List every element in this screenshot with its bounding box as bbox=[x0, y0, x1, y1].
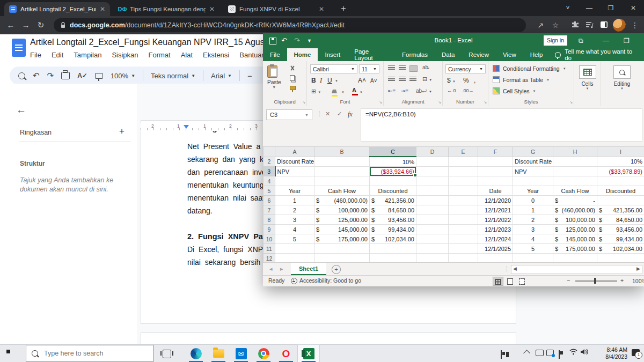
cell-D12[interactable] bbox=[416, 254, 449, 263]
window-restore-button[interactable]: ❐ bbox=[600, 0, 621, 16]
bookmark-star-icon[interactable]: ☆ bbox=[550, 20, 561, 31]
copy-button[interactable] bbox=[290, 75, 295, 82]
docs-menu-edit[interactable]: Edit bbox=[52, 51, 63, 59]
cell-F5[interactable]: Date bbox=[478, 186, 513, 196]
cell-I7[interactable]: $421,356.00 bbox=[597, 205, 644, 215]
cell-E11[interactable] bbox=[449, 244, 478, 254]
merge-center-icon[interactable]: ⊟ ▼ bbox=[422, 76, 432, 83]
cell-H12[interactable] bbox=[553, 254, 597, 263]
row-header-6[interactable]: 6 bbox=[264, 196, 275, 205]
ribbon-display-options-icon[interactable]: ⧉ bbox=[579, 37, 583, 45]
ribbon-tab-file[interactable]: File bbox=[263, 48, 287, 61]
window-minimize-button[interactable]: — bbox=[579, 0, 600, 16]
cell-C12[interactable] bbox=[370, 254, 416, 263]
normal-view-button[interactable] bbox=[493, 277, 503, 286]
name-box[interactable]: C3 ▼ bbox=[266, 109, 312, 120]
cell-A11[interactable] bbox=[275, 244, 314, 254]
cell-B5[interactable]: Cash Flow bbox=[314, 186, 370, 196]
search-icon[interactable] bbox=[18, 72, 25, 79]
extensions-puzzle-icon[interactable] bbox=[569, 20, 581, 31]
chevron-down-icon[interactable]: ▼ bbox=[360, 91, 363, 94]
cell-E8[interactable] bbox=[449, 215, 478, 225]
font-select[interactable]: Arial ▼ bbox=[211, 72, 232, 80]
dialog-launcher-icon[interactable]: ↘ bbox=[438, 100, 441, 105]
align-left-icon[interactable] bbox=[388, 77, 395, 82]
excel-minimize-button[interactable]: — bbox=[603, 37, 609, 45]
cell-styles-button[interactable]: Cell Styles ▼ bbox=[493, 87, 536, 94]
cell-F7[interactable]: 12/1/2021 bbox=[478, 205, 513, 215]
media-controls-icon[interactable] bbox=[584, 20, 596, 31]
ribbon-tab-formulas[interactable]: Formulas bbox=[395, 48, 435, 61]
increase-indent-icon[interactable]: ⇥≡ bbox=[401, 88, 408, 94]
task-view-icon[interactable] bbox=[163, 350, 171, 358]
cell-E12[interactable] bbox=[449, 254, 478, 263]
cell-D5[interactable] bbox=[416, 186, 449, 196]
format-painter-button[interactable] bbox=[290, 85, 296, 91]
cell-D11[interactable] bbox=[416, 244, 449, 254]
cell-G2[interactable]: Discount Rate bbox=[513, 157, 553, 167]
row-header-7[interactable]: 7 bbox=[264, 205, 275, 215]
cell-B6[interactable]: $(460,000.00) bbox=[314, 196, 370, 205]
font-size-decrease-icon[interactable]: − bbox=[247, 71, 252, 80]
align-top-icon[interactable] bbox=[388, 65, 395, 71]
cell-E4[interactable] bbox=[449, 176, 478, 186]
cell-C3[interactable]: ($33,924.66) bbox=[370, 167, 416, 176]
sign-in-button[interactable]: Sign in bbox=[544, 35, 567, 46]
cell-E5[interactable] bbox=[449, 186, 478, 196]
cell-C6[interactable]: $421,356.00 bbox=[370, 196, 416, 205]
excel-restore-button[interactable]: ❐ bbox=[624, 37, 630, 45]
cell-C7[interactable]: $84,650.00 bbox=[370, 205, 416, 215]
ribbon-tab-home[interactable]: Home bbox=[287, 48, 318, 61]
align-middle-icon[interactable] bbox=[399, 65, 406, 71]
new-tab-button[interactable]: + bbox=[337, 3, 350, 14]
tab-scroll-divider[interactable]: ⋮ bbox=[503, 265, 509, 272]
decrease-font-icon[interactable]: A˅ bbox=[370, 78, 377, 84]
share-icon[interactable]: ↗ bbox=[535, 20, 546, 31]
cell-A4[interactable] bbox=[275, 176, 314, 186]
cut-button[interactable] bbox=[290, 65, 295, 72]
grid-corner-select-all[interactable] bbox=[264, 147, 275, 157]
cell-C11[interactable] bbox=[370, 244, 416, 254]
taskbar-opera[interactable]: O bbox=[275, 345, 297, 362]
paint-format-icon[interactable] bbox=[95, 73, 103, 79]
cell-D8[interactable] bbox=[416, 215, 449, 225]
ribbon-tab-review[interactable]: Review bbox=[462, 48, 496, 61]
excel-titlebar[interactable]: ↶ ↷ ▼ Book1 - Excel Sign in ⧉ — ❐ bbox=[263, 33, 644, 48]
column-header-C[interactable]: C bbox=[370, 147, 416, 157]
cell-E2[interactable] bbox=[449, 157, 478, 167]
url-bar[interactable]: docs.google.com/document/d/1ZAkItY3-ccHi… bbox=[54, 18, 526, 32]
wifi-icon[interactable] bbox=[569, 349, 577, 357]
indent-marker-icon[interactable] bbox=[184, 125, 189, 129]
cell-F3[interactable] bbox=[478, 167, 513, 176]
taskbar-mail[interactable]: ✉ bbox=[230, 345, 252, 362]
tell-me-box[interactable]: Tell me what you want to do bbox=[550, 48, 644, 61]
borders-button[interactable]: ⊞ ▼ bbox=[311, 88, 321, 95]
ribbon-tab-data[interactable]: Data bbox=[435, 48, 462, 61]
cell-G3[interactable]: NPV bbox=[513, 167, 553, 176]
cell-I2[interactable]: 10% bbox=[597, 157, 644, 167]
cell-H10[interactable]: $145,000.00 bbox=[553, 234, 597, 244]
cell-H5[interactable]: Cash Flow bbox=[553, 186, 597, 196]
cell-C10[interactable]: $102,034.00 bbox=[370, 234, 416, 244]
column-header-D[interactable]: D bbox=[416, 147, 449, 157]
cell-G9[interactable]: 3 bbox=[513, 225, 553, 234]
cell-I8[interactable]: $84,650.00 bbox=[597, 215, 644, 225]
dialog-launcher-icon[interactable]: ↘ bbox=[302, 100, 305, 105]
cell-H2[interactable] bbox=[553, 157, 597, 167]
start-button[interactable] bbox=[6, 350, 14, 358]
back-icon[interactable]: ← bbox=[4, 19, 17, 31]
cell-I9[interactable]: $93,456.00 bbox=[597, 225, 644, 234]
browser-tab[interactable]: DΦTips Fungsi Keuangan dengan R✕ bbox=[114, 2, 219, 16]
document-title[interactable]: Artikel Longtail 2_Excel_Fungsi Keuangan… bbox=[30, 38, 276, 47]
cell-E10[interactable] bbox=[449, 234, 478, 244]
column-header-H[interactable]: H bbox=[553, 147, 597, 157]
reload-icon[interactable]: ↻ bbox=[34, 19, 47, 31]
format-as-table-button[interactable]: Format as Table ▼ bbox=[493, 76, 550, 83]
profile-avatar[interactable] bbox=[613, 19, 626, 32]
cast-icon[interactable] bbox=[536, 350, 544, 356]
paste-button[interactable]: Paste ▼ bbox=[267, 65, 281, 89]
cell-H11[interactable]: $175,000.00 bbox=[553, 244, 597, 254]
cell-A6[interactable]: 1 bbox=[275, 196, 314, 205]
cell-D10[interactable] bbox=[416, 234, 449, 244]
dialog-launcher-icon[interactable]: ↘ bbox=[379, 100, 382, 105]
